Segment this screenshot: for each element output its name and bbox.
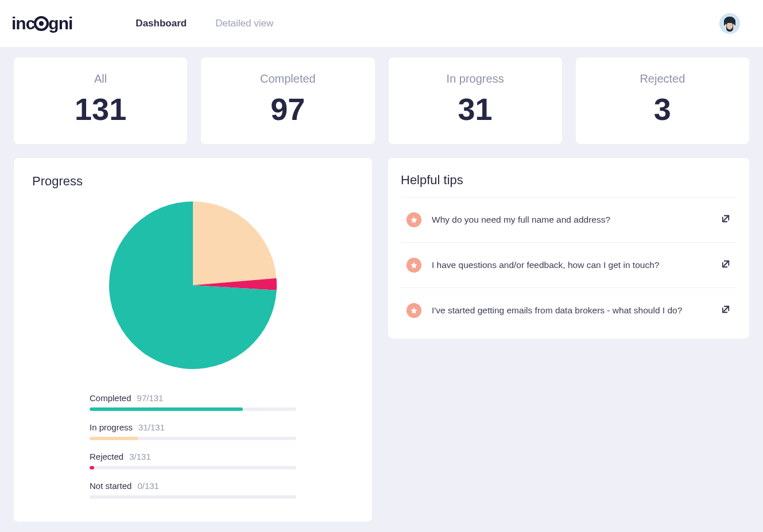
legend-bar-track [90,495,296,499]
pie-wrap [32,201,354,369]
legend-item: Rejected3/131 [90,452,296,469]
tip-text: Why do you need my full name and address… [432,215,710,225]
legend-labels: Rejected3/131 [90,452,296,461]
legend-bar-track [90,466,296,469]
tips-title: Helpful tips [401,173,737,188]
stat-label: In progress [389,72,562,86]
external-link-icon [721,259,731,271]
legend-name: Completed [90,393,131,403]
external-link-icon [721,213,731,226]
nav: Dashboard Detailed view [135,18,273,29]
svg-point-3 [727,22,733,30]
legend-bar-fill [90,466,94,469]
progress-pie-chart [109,201,277,369]
stat-card-in-progress: In progress 31 [389,57,562,144]
tips-card: Helpful tips Why do you need my full nam… [388,158,749,339]
stat-value: 131 [14,94,187,125]
header-left: inc gni Dashboard Detailed view [11,14,273,33]
stat-card-all: All 131 [14,57,187,144]
pie-slice-in-progress [193,201,276,285]
star-icon [406,212,421,227]
star-icon [406,258,421,273]
tip-text: I have questions and/or feedback, how ca… [432,260,710,270]
legend-bar-fill [90,437,138,440]
avatar[interactable] [719,13,740,34]
progress-card: Progress Completed97/131In progress31/13… [14,158,372,522]
stat-value: 31 [389,94,562,125]
tip-text: I've started getting emails from data br… [432,305,710,316]
legend-count: 3/131 [129,452,151,461]
content: All 131 Completed 97 In progress 31 Reje… [0,47,763,532]
legend-labels: Completed97/131 [90,393,296,403]
progress-legend: Completed97/131In progress31/131Rejected… [32,393,354,499]
nav-dashboard[interactable]: Dashboard [135,18,187,29]
brand-logo[interactable]: inc gni [11,14,72,33]
stat-label: Completed [201,72,374,86]
tip-row[interactable]: Why do you need my full name and address… [401,197,737,242]
legend-labels: In progress31/131 [90,422,296,432]
legend-bar-track [90,437,296,440]
legend-item: In progress31/131 [90,422,296,440]
legend-count: 0/131 [137,481,159,491]
header: inc gni Dashboard Detailed view [0,0,763,47]
logo-icon [33,15,49,32]
avatar-icon [719,13,740,34]
legend-name: Rejected [90,452,123,461]
svg-point-1 [39,21,44,26]
legend-bar-fill [90,407,243,411]
external-link-icon [721,304,731,317]
tips-list: Why do you need my full name and address… [401,197,737,333]
stat-card-rejected: Rejected 3 [576,57,749,144]
legend-count: 31/131 [138,422,165,432]
stat-card-completed: Completed 97 [201,57,374,144]
legend-name: Not started [90,481,131,491]
tip-row[interactable]: I've started getting emails from data br… [401,288,737,333]
main-row: Progress Completed97/131In progress31/13… [14,158,749,522]
tip-row[interactable]: I have questions and/or feedback, how ca… [401,242,737,288]
legend-item: Not started0/131 [90,481,296,499]
legend-labels: Not started0/131 [90,481,296,491]
star-icon [406,303,421,318]
stats-row: All 131 Completed 97 In progress 31 Reje… [14,57,749,144]
progress-title: Progress [32,174,354,189]
stat-value: 97 [201,94,374,125]
nav-detailed-view[interactable]: Detailed view [215,18,273,29]
stat-value: 3 [576,94,749,125]
legend-bar-track [90,407,296,411]
legend-count: 97/131 [137,393,164,403]
legend-name: In progress [90,422,133,432]
stat-label: Rejected [576,72,749,86]
stat-label: All [14,72,187,86]
legend-item: Completed97/131 [90,393,296,411]
